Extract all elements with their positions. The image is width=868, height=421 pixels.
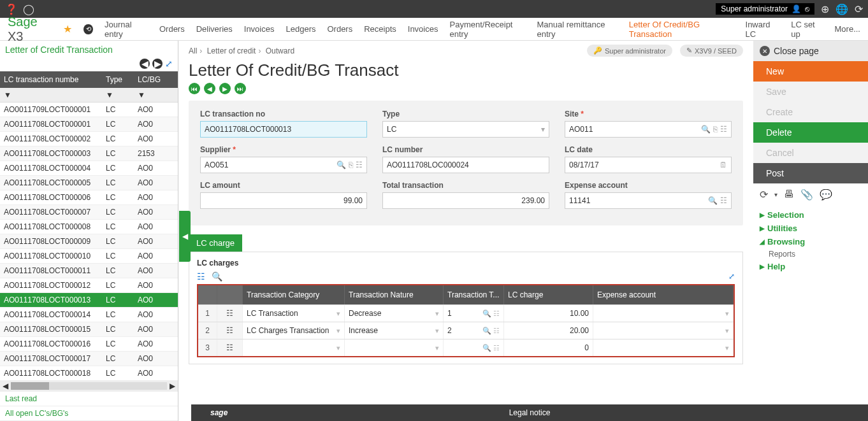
- menu-payment-receipt-entry[interactable]: Payment/Receipt entry: [449, 20, 525, 39]
- footer-legal[interactable]: Legal notice: [509, 408, 551, 417]
- left-list[interactable]: AO0011709LOCT000001LCAO0AO0111708LOCT000…: [0, 102, 178, 381]
- goto-icon[interactable]: ⎘: [713, 125, 718, 134]
- list-icon[interactable]: ☷: [720, 125, 727, 134]
- collapse-left-icon[interactable]: ◀: [179, 211, 191, 262]
- comment-icon[interactable]: 💬: [820, 189, 832, 201]
- menu-lc-setup[interactable]: LC set up: [791, 20, 823, 39]
- filter-lcbg-icon[interactable]: ▼: [134, 88, 178, 102]
- grid-row[interactable]: 1 ☷ LC Transaction▾ Decrease▾ 1🔍 ☷ 10.00…: [198, 304, 734, 322]
- list-row[interactable]: AO0111708LOCT000018LCAO0: [0, 366, 178, 381]
- close-page-button[interactable]: ✕ Close page: [753, 41, 868, 61]
- menu-ledgers[interactable]: Ledgers: [286, 24, 315, 34]
- logout-icon[interactable]: ⎋: [805, 4, 809, 13]
- grid-head-charge[interactable]: LC charge: [504, 285, 593, 304]
- link-help[interactable]: ▶Help: [753, 260, 868, 273]
- crumb-letter-of-credit[interactable]: Letter of credit: [207, 46, 256, 55]
- first-record-icon[interactable]: ⏮: [189, 83, 200, 94]
- compass-icon[interactable]: ⊕: [821, 3, 829, 15]
- input-supplier[interactable]: AO051🔍⎘☷: [200, 157, 367, 173]
- input-lc-number[interactable]: AO0111708LOC000024: [382, 157, 549, 173]
- goto-icon[interactable]: ⎘: [349, 161, 353, 169]
- grid-card-icon[interactable]: ☷: [197, 271, 205, 282]
- menu-more[interactable]: More...: [835, 24, 860, 34]
- list-row[interactable]: AO0011709LOCT000001LCAO0: [0, 103, 178, 117]
- list-row[interactable]: AO0111708LOCT000006LCAO0: [0, 190, 178, 205]
- search-icon[interactable]: 🔍: [336, 161, 346, 169]
- grid-head-expense[interactable]: Expense account: [593, 285, 734, 304]
- favorite-icon[interactable]: ★: [63, 23, 72, 35]
- list-row[interactable]: AO0111708LOCT000007LCAO0: [0, 205, 178, 220]
- link-browsing[interactable]: ◢Browsing: [753, 235, 868, 248]
- grid-expand-icon[interactable]: ⤢: [728, 272, 735, 281]
- hscroll-thumb[interactable]: [11, 382, 49, 390]
- chip-user[interactable]: 🔑Super administrator: [587, 45, 672, 57]
- list-row[interactable]: AO0111708LOCT000016LCAO0: [0, 337, 178, 352]
- menu-manual-remittance-entry[interactable]: Manual remittance entry: [537, 20, 618, 39]
- print-icon[interactable]: 🖶: [784, 189, 794, 201]
- list-row[interactable]: AO0111708LOCT000017LCAO0: [0, 352, 178, 366]
- left-footer-last-read[interactable]: Last read: [0, 391, 178, 406]
- section-tab-label[interactable]: LC charge: [189, 234, 242, 252]
- col-header-num[interactable]: LC transaction numbe: [0, 71, 102, 88]
- menu-invoices-1[interactable]: Invoices: [244, 24, 275, 34]
- grid-head-nature[interactable]: Transaction Nature: [345, 285, 444, 304]
- crumb-all[interactable]: All: [189, 46, 197, 55]
- user-box[interactable]: Super administrator 👤 ⎋: [716, 3, 814, 15]
- grid-row[interactable]: 3 ☷ ▾ ▾ 🔍 ☷ 0 ▾: [198, 339, 734, 356]
- list-row[interactable]: AO0111708LOCT000002LCAO0: [0, 132, 178, 146]
- grid-head-category[interactable]: Transaction Category: [243, 285, 345, 304]
- list-row[interactable]: AO0111708LOCT000009LCAO0: [0, 234, 178, 249]
- globe-icon[interactable]: ◯: [23, 3, 34, 15]
- grid-row[interactable]: 2 ☷ LC Charges Transaction▾ Increase▾ 2🔍…: [198, 322, 734, 339]
- menu-orders-1[interactable]: Orders: [159, 24, 185, 34]
- filter-type-icon[interactable]: ▼: [102, 88, 134, 102]
- list-row[interactable]: AO0111708LOCT000014LCAO0: [0, 308, 178, 322]
- brand[interactable]: Sage X3: [8, 15, 52, 44]
- left-footer-all-open[interactable]: All open LC's/BG's: [0, 406, 178, 421]
- menu-invoices-2[interactable]: Invoices: [408, 24, 438, 34]
- menu-orders-2[interactable]: Orders: [327, 24, 352, 34]
- menu-deliveries[interactable]: Deliveries: [196, 24, 233, 34]
- link-utilities[interactable]: ▶Utilities: [753, 222, 868, 235]
- input-lc-date[interactable]: 08/17/17🗓: [565, 157, 732, 173]
- menu-inward-lc[interactable]: Inward LC: [746, 20, 780, 39]
- last-record-icon[interactable]: ⏭: [235, 83, 246, 94]
- list-row[interactable]: AO0111708LOCT000003LC2153: [0, 146, 178, 161]
- delete-button[interactable]: Delete: [753, 122, 868, 143]
- input-lc-trans-no[interactable]: AO0111708LOCT000013: [200, 121, 367, 138]
- hscroll-left-icon[interactable]: ◀: [0, 382, 11, 390]
- next-record-icon[interactable]: ▶: [219, 83, 231, 94]
- list-row[interactable]: AO0111708LOCT000011LCAO0: [0, 264, 178, 278]
- input-total-trans[interactable]: 239.00: [382, 192, 549, 209]
- calendar-icon[interactable]: 🗓: [720, 161, 727, 169]
- input-type[interactable]: LC▾: [382, 121, 549, 138]
- link-selection[interactable]: ▶Selection: [753, 208, 868, 222]
- world-icon[interactable]: 🌐: [835, 3, 848, 15]
- hscrollbar[interactable]: ◀ ▶: [0, 381, 178, 391]
- list-icon[interactable]: ☷: [720, 196, 727, 205]
- dropdown-icon[interactable]: ▾: [541, 125, 545, 134]
- col-header-lcbg[interactable]: LC/BG: [134, 71, 178, 88]
- list-row[interactable]: AO0111708LOCT000013LCAO0: [0, 293, 178, 308]
- list-row[interactable]: AO0111708LOCT000015LCAO0: [0, 322, 178, 337]
- link-reports[interactable]: Reports: [753, 248, 868, 260]
- input-expense-acct[interactable]: 11141🔍☷: [565, 192, 732, 209]
- menu-letter-of-credit[interactable]: Letter Of Credit/BG Transaction: [629, 20, 734, 39]
- next-icon[interactable]: ▶: [152, 59, 163, 69]
- menu-receipts[interactable]: Receipts: [364, 24, 396, 34]
- attach-icon[interactable]: 📎: [800, 189, 813, 201]
- nav-left-icon[interactable]: ⟲: [83, 24, 92, 34]
- input-lc-amount[interactable]: 99.00: [200, 192, 367, 209]
- col-header-type[interactable]: Type: [102, 71, 134, 88]
- hscroll-right-icon[interactable]: ▶: [167, 382, 178, 390]
- menu-journal-entry[interactable]: Journal entry: [105, 20, 148, 39]
- grid-search-icon[interactable]: 🔍: [212, 271, 222, 282]
- grid-head-type[interactable]: Transaction T...: [444, 285, 504, 304]
- refresh-icon[interactable]: ⟳: [855, 3, 863, 15]
- filter-num-icon[interactable]: ▼: [0, 88, 102, 102]
- input-site[interactable]: AO011🔍⎘☷: [565, 121, 732, 138]
- prev-icon[interactable]: ◀: [140, 59, 150, 69]
- help-icon[interactable]: ❓: [5, 3, 18, 15]
- list-row[interactable]: AO0111708LOCT000004LCAO0: [0, 161, 178, 176]
- new-button[interactable]: New: [753, 61, 868, 82]
